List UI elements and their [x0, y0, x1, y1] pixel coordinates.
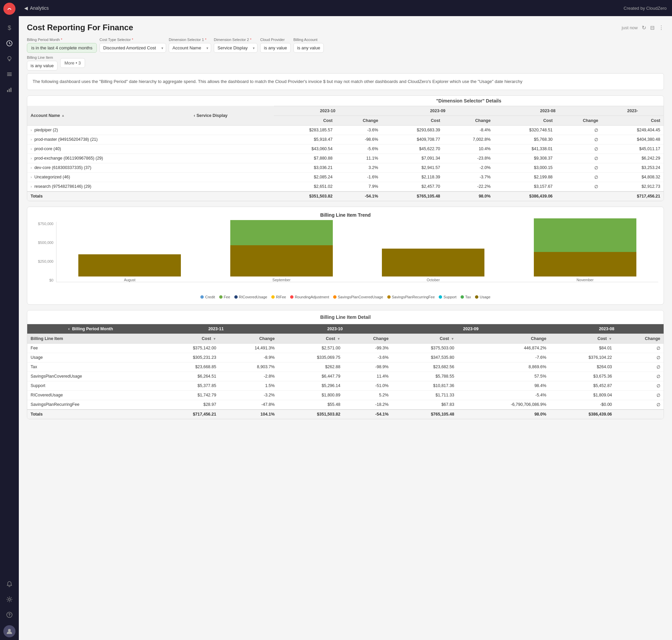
- change-sep: -2.0%: [443, 163, 494, 172]
- back-button[interactable]: ◀ Analytics: [24, 5, 49, 11]
- account-name-cell: › prod-master (949156204738) (21): [27, 135, 190, 144]
- billing-line-item-col-header: Billing Line Item: [27, 334, 154, 343]
- change-oct: -98.6%: [336, 135, 382, 144]
- cost-aug: $320,748.51: [494, 125, 556, 135]
- billing-change-2: -18.2%: [344, 400, 392, 409]
- app-logo[interactable]: [3, 3, 15, 15]
- bar-stack-september: [230, 220, 333, 276]
- legend-label: Support: [443, 295, 457, 299]
- cloud-provider-btn[interactable]: is any value: [260, 43, 291, 53]
- filter-icon[interactable]: ⊟: [650, 25, 655, 31]
- legend-label: SavingsPlanCoveredUsage: [338, 295, 383, 299]
- cost-oct: $3,036.21: [274, 163, 336, 172]
- billing-period-filter-btn[interactable]: is in the last 4 complete months: [27, 43, 97, 53]
- totals-cost-aug: $386,439.06: [494, 191, 556, 201]
- change-sep: -23.8%: [443, 154, 494, 163]
- billing-account-btn[interactable]: is any value: [294, 43, 324, 53]
- table-row: › prod-master (949156204738) (21) $5,918…: [27, 135, 663, 144]
- expand-icon[interactable]: ›: [31, 185, 32, 188]
- legend-dot: [460, 295, 464, 299]
- cost-prev: $3,253.24: [601, 163, 663, 172]
- billing-cost-1: $23,668.85: [154, 362, 219, 372]
- billing-item-name: SavingsPlanRecurringFee: [27, 400, 154, 409]
- totals-cost-prev: $717,456.21: [601, 191, 663, 201]
- cost-col-1: Cost ▼: [154, 334, 219, 343]
- sidebar-item-list[interactable]: [3, 68, 16, 81]
- refresh-icon[interactable]: ↻: [642, 25, 646, 31]
- table-row: › Uncategorized (46) $2,085.24 -1.6% $2,…: [27, 172, 663, 182]
- legend-dot: [200, 295, 204, 299]
- change-aug: ∅: [556, 172, 602, 182]
- change-oct: -1.6%: [336, 172, 382, 182]
- sidebar-item-clock[interactable]: [3, 37, 16, 50]
- billing-line-item-btn[interactable]: is any value: [27, 61, 57, 71]
- billing-totals-change-1: 104.1%: [219, 409, 278, 419]
- bar-label-november: November: [576, 278, 594, 282]
- expand-icon[interactable]: ›: [31, 156, 32, 160]
- chart-legend: Credit Fee RICoveredUsage RIFee Rounding…: [33, 295, 658, 299]
- sidebar-item-bell[interactable]: [3, 577, 16, 591]
- more-filters-btn[interactable]: More • 3: [60, 58, 85, 68]
- filter-billing-line-item: Billing Line Item is any value: [27, 55, 57, 71]
- sidebar-item-help[interactable]: [3, 608, 16, 622]
- period-nav-icon[interactable]: ‹: [68, 326, 70, 331]
- billing-cost-4: $376,104.22: [549, 353, 615, 362]
- chart-bars: August September: [56, 222, 658, 282]
- cost-oct: $2,085.24: [274, 172, 336, 182]
- expand-icon[interactable]: ›: [31, 165, 32, 170]
- filter-dimension-2: Dimension Selector 2 * Service Display: [214, 38, 258, 53]
- service-display-cell: [190, 154, 274, 163]
- user-avatar[interactable]: [3, 625, 15, 637]
- legend-label: Usage: [480, 295, 490, 299]
- filter-dimension-1-label: Dimension Selector 1 *: [169, 38, 211, 42]
- billing-col-headers: Billing Line Item Cost ▼ Change Cost ▼ C…: [27, 334, 663, 343]
- period-header-row: Account Name ▲ ‹ Service Display 2023-10…: [27, 106, 663, 116]
- expand-icon[interactable]: ›: [31, 147, 32, 151]
- billing-row: Support $5,377.85 1.5% $5,296.14 -51.0% …: [27, 381, 663, 390]
- sort-icon-1[interactable]: ▼: [213, 337, 216, 341]
- period-nav-arrow[interactable]: ‹: [194, 113, 195, 118]
- billing-cost-2: $55.48: [278, 400, 344, 409]
- billing-cost-3: $23,682.56: [392, 362, 458, 372]
- cost-oct: $5,918.47: [274, 135, 336, 144]
- filter-billing-account-label: Billing Account: [294, 38, 324, 42]
- billing-cost-2: $1,800.89: [278, 390, 344, 400]
- cost-oct: $283,185.57: [274, 125, 336, 135]
- svg-rect-7: [9, 89, 10, 92]
- expand-icon[interactable]: ›: [31, 128, 32, 132]
- change-sep: 7,002.8%: [443, 135, 494, 144]
- sidebar-item-chart[interactable]: [3, 83, 16, 97]
- dimension-table: "Dimension Selector" Details Account Nam…: [27, 96, 663, 201]
- cost-type-select[interactable]: Discounted Amortized Cost: [100, 43, 166, 53]
- change-oct: -5.6%: [336, 144, 382, 154]
- totals-row: Totals $351,503.82 -54.1% $765,105.48 98…: [27, 191, 663, 201]
- sidebar: $: [0, 0, 19, 640]
- more-options-icon[interactable]: ⋮: [659, 25, 664, 31]
- sort-icon-4[interactable]: ▼: [609, 337, 612, 341]
- svg-rect-6: [7, 90, 8, 92]
- billing-change-4: ∅: [615, 381, 663, 390]
- expand-icon[interactable]: ›: [31, 137, 32, 142]
- billing-item-name: Tax: [27, 362, 154, 372]
- required-indicator-4: *: [250, 38, 252, 42]
- billing-detail-card: Billing Line Item Detail ‹ Billing Perio…: [27, 310, 664, 419]
- account-name-cell: › dev-core (618300337335) (37): [27, 163, 190, 172]
- sort-icon-3[interactable]: ▼: [451, 337, 454, 341]
- sidebar-item-bulb[interactable]: [3, 52, 16, 66]
- legend-dot: [475, 295, 478, 299]
- cost-prev: $6,242.29: [601, 154, 663, 163]
- legend-item: RICoveredUsage: [234, 295, 267, 299]
- expand-icon[interactable]: ›: [31, 175, 32, 179]
- cost-prev: $404,380.48: [601, 135, 663, 144]
- dimension-2-select[interactable]: Service Display: [214, 43, 258, 53]
- filter-cost-type-label: Cost Type Selector *: [100, 38, 166, 42]
- change-col-2: Change: [344, 334, 392, 343]
- sidebar-item-dollar[interactable]: $: [3, 21, 16, 34]
- legend-dot: [290, 295, 294, 299]
- sidebar-item-gear[interactable]: [3, 593, 16, 606]
- sort-icon-2[interactable]: ▼: [337, 337, 340, 341]
- bar-usage-august: [78, 254, 181, 276]
- bar-stack-november: [534, 218, 637, 276]
- sort-asc-icon[interactable]: ▲: [61, 114, 65, 117]
- dimension-1-select[interactable]: Account Name: [169, 43, 211, 53]
